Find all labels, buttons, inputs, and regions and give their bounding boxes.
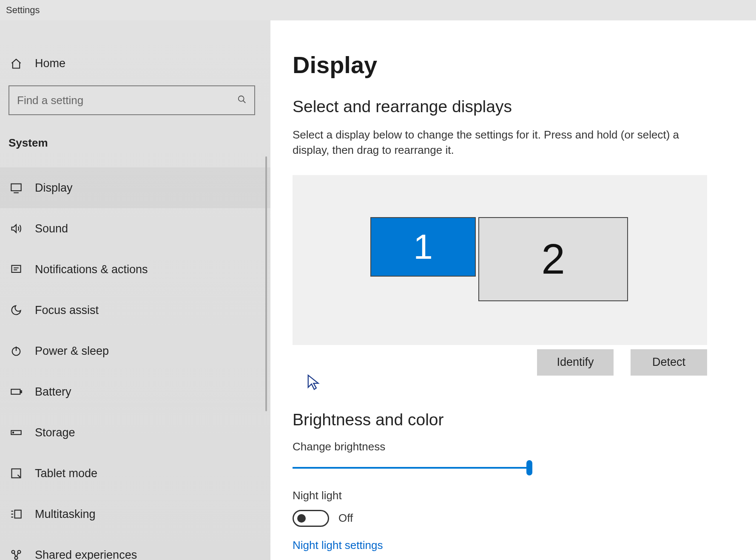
- window-title: Settings: [0, 0, 756, 20]
- slider-thumb[interactable]: [526, 460, 532, 475]
- shared-icon: [9, 549, 23, 560]
- sidebar-group-label: System: [0, 124, 270, 167]
- sidebar-item-label: Storage: [35, 426, 75, 439]
- sidebar-item-sound[interactable]: Sound: [0, 208, 270, 249]
- svg-point-20: [15, 557, 18, 560]
- svg-point-0: [239, 96, 244, 102]
- display-arrangement-area[interactable]: 1 2: [293, 175, 707, 345]
- notifications-icon: [9, 263, 23, 275]
- brightness-heading: Brightness and color: [293, 410, 739, 429]
- toggle-knob: [297, 514, 306, 523]
- storage-icon: [9, 427, 23, 438]
- sidebar-item-label: Multitasking: [35, 508, 96, 521]
- sidebar-item-label: Shared experiences: [35, 549, 137, 560]
- cursor-icon: [306, 374, 322, 390]
- display-icon: [9, 182, 23, 194]
- search-icon: [237, 95, 247, 106]
- slider-track: [293, 467, 532, 469]
- svg-rect-2: [11, 184, 21, 191]
- page-title: Display: [293, 51, 739, 79]
- identify-button[interactable]: Identify: [537, 349, 614, 376]
- sidebar: Home System Display: [0, 20, 270, 560]
- svg-point-12: [13, 432, 14, 433]
- change-brightness-label: Change brightness: [293, 440, 739, 453]
- sidebar-item-label: Power & sleep: [35, 345, 109, 358]
- monitor-1[interactable]: 1: [370, 217, 476, 277]
- sidebar-item-label: Battery: [35, 385, 71, 399]
- brightness-slider[interactable]: [293, 461, 532, 475]
- search-input[interactable]: [17, 94, 237, 107]
- night-light-toggle[interactable]: [293, 510, 329, 527]
- sidebar-item-multitasking[interactable]: Multitasking: [0, 494, 270, 535]
- multitask-icon: [9, 508, 23, 520]
- sidebar-home-label: Home: [35, 57, 65, 70]
- sidebar-scrollbar[interactable]: [265, 156, 267, 411]
- sidebar-item-notifications[interactable]: Notifications & actions: [0, 249, 270, 290]
- battery-icon: [9, 386, 23, 398]
- sidebar-item-label: Display: [35, 181, 73, 195]
- sidebar-item-tablet-mode[interactable]: Tablet mode: [0, 453, 270, 494]
- monitor-2[interactable]: 2: [478, 217, 628, 301]
- svg-rect-10: [21, 391, 22, 393]
- detect-button[interactable]: Detect: [631, 349, 707, 376]
- night-light-state: Off: [338, 512, 353, 525]
- night-light-settings-link[interactable]: Night light settings: [293, 539, 739, 552]
- home-icon: [9, 58, 23, 70]
- sidebar-item-label: Focus assist: [35, 304, 99, 317]
- svg-rect-4: [12, 266, 21, 272]
- svg-line-1: [243, 101, 246, 103]
- arrange-description: Select a display below to change the set…: [293, 127, 718, 158]
- arrange-heading: Select and rearrange displays: [293, 97, 739, 116]
- moon-icon: [9, 304, 23, 316]
- sidebar-item-label: Sound: [35, 222, 68, 235]
- sidebar-item-storage[interactable]: Storage: [0, 412, 270, 453]
- power-icon: [9, 345, 23, 357]
- search-box[interactable]: [9, 85, 255, 115]
- tablet-icon: [9, 467, 23, 479]
- night-light-label: Night light: [293, 489, 739, 502]
- sidebar-item-shared-experiences[interactable]: Shared experiences: [0, 535, 270, 560]
- sidebar-home[interactable]: Home: [0, 51, 270, 76]
- sidebar-item-power-sleep[interactable]: Power & sleep: [0, 331, 270, 371]
- sidebar-item-label: Notifications & actions: [35, 263, 148, 276]
- svg-rect-17: [15, 510, 21, 518]
- sidebar-item-battery[interactable]: Battery: [0, 371, 270, 412]
- sidebar-item-display[interactable]: Display: [0, 167, 270, 208]
- sidebar-item-focus-assist[interactable]: Focus assist: [0, 290, 270, 331]
- sidebar-item-label: Tablet mode: [35, 467, 97, 480]
- content-pane: Display Select and rearrange displays Se…: [270, 20, 756, 560]
- svg-rect-9: [11, 389, 20, 394]
- sound-icon: [9, 223, 23, 235]
